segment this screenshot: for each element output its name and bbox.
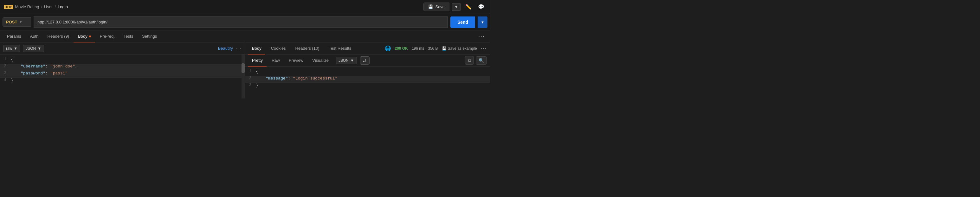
view-tab-pretty[interactable]: Pretty (248, 54, 267, 67)
response-format-select[interactable]: JSON ▼ (336, 57, 357, 64)
response-tab-test-results[interactable]: Test Results (325, 43, 355, 54)
url-bar: POST ▼ Send ▼ (0, 14, 490, 30)
raw-label: raw (6, 46, 12, 51)
body-dot-indicator (89, 35, 91, 37)
breadcrumb-area: HTTP Movie Rating / User / Login (4, 5, 68, 9)
tab-tests-label: Tests (124, 34, 133, 39)
tab-auth-label: Auth (30, 34, 39, 39)
response-status-area: 🌐 200 OK 196 ms 356 B 💾 Save as example … (385, 45, 487, 51)
json-arrow-icon: ▼ (37, 46, 41, 51)
save-button[interactable]: 💾 Save (423, 3, 449, 11)
filter-button[interactable]: ⇄ (360, 56, 369, 65)
response-line-content-1: { (256, 69, 489, 74)
response-tab-body-label: Body (252, 46, 261, 51)
response-more-button[interactable]: ··· (481, 46, 487, 51)
tab-settings-label: Settings (142, 34, 157, 39)
line-num-1: 1 (1, 57, 11, 62)
username-key: "username" (11, 64, 45, 69)
tab-headers-label: Headers (9) (48, 34, 69, 39)
response-line-2: 2 "message": "Login successful" (245, 76, 490, 83)
code-line-2: 2 "username": "john_doe", (0, 64, 245, 71)
response-line-3: 3 } (245, 83, 490, 90)
save-example-icon: 💾 (442, 46, 447, 51)
code-line-3: 3 "password": "pass1" (0, 71, 245, 78)
beautify-button[interactable]: Beautify (218, 46, 233, 51)
comment-icon-button[interactable]: 💬 (476, 3, 486, 11)
view-tab-pretty-label: Pretty (252, 58, 263, 63)
scrollbar-thumb[interactable] (242, 64, 245, 73)
send-dropdown-button[interactable]: ▼ (478, 16, 487, 28)
view-tab-preview[interactable]: Preview (285, 54, 307, 67)
request-tabs-row: Params Auth Headers (9) Body Pre-req. Te… (0, 30, 490, 43)
tab-settings[interactable]: Settings (138, 30, 161, 43)
breadcrumb: Movie Rating / User / Login (15, 5, 68, 9)
vertical-scrollbar[interactable] (242, 54, 245, 98)
response-line-1: 1 { (245, 69, 490, 76)
view-tab-visualize[interactable]: Visualize (309, 54, 332, 67)
method-select[interactable]: POST ▼ (3, 17, 31, 27)
tab-params-label: Params (7, 34, 21, 39)
breadcrumb-movie-rating[interactable]: Movie Rating (15, 5, 39, 9)
message-key: "message" (266, 76, 288, 81)
response-line-num-1: 1 (246, 69, 256, 73)
view-tab-preview-label: Preview (289, 58, 303, 63)
top-bar-actions: 💾 Save ▼ ✏️ 💬 (423, 3, 486, 11)
response-format-arrow-icon: ▼ (350, 58, 354, 63)
save-label: Save (435, 5, 445, 9)
line-content-4: } (11, 78, 243, 83)
line-num-3: 3 (1, 71, 11, 75)
breadcrumb-user[interactable]: User (44, 5, 52, 9)
password-key: "password" (11, 71, 45, 76)
password-value: "pass1" (50, 71, 68, 76)
code-line-1: 1 { (0, 57, 245, 64)
save-dropdown-button[interactable]: ▼ (452, 3, 461, 11)
copy-icon: ⧉ (468, 58, 471, 63)
status-code: 200 OK (395, 46, 408, 51)
search-icon: 🔍 (479, 58, 484, 63)
tab-body-label: Body (78, 34, 88, 39)
main-content: raw ▼ JSON ▼ Beautify ··· 1 { 2 "usernam… (0, 43, 490, 98)
line-content-2: "username": "john_doe", (11, 64, 243, 69)
line-content-3: "password": "pass1" (11, 71, 243, 76)
view-tab-raw-label: Raw (272, 58, 280, 63)
left-toolbar: raw ▼ JSON ▼ Beautify ··· (0, 43, 245, 54)
line-num-2: 2 (1, 64, 11, 68)
username-value: "john_doe" (50, 64, 75, 69)
tab-params[interactable]: Params (3, 30, 25, 43)
response-size: 356 B (428, 46, 438, 51)
send-button[interactable]: Send (450, 16, 475, 28)
response-line-num-2: 2 (246, 76, 256, 81)
response-tab-cookies-label: Cookies (271, 46, 286, 51)
tab-prereq-label: Pre-req. (100, 34, 115, 39)
tab-prereq[interactable]: Pre-req. (95, 30, 119, 43)
response-view-toolbar: Pretty Raw Preview Visualize JSON ▼ ⇄ ⧉ (245, 54, 490, 67)
raw-select[interactable]: raw ▼ (3, 44, 20, 52)
view-tab-visualize-label: Visualize (312, 58, 329, 63)
request-body-editor[interactable]: 1 { 2 "username": "john_doe", 3 "passwor… (0, 54, 245, 98)
tab-tests[interactable]: Tests (119, 30, 138, 43)
api-icon: HTTP (4, 5, 13, 9)
json-format-select-left[interactable]: JSON ▼ (23, 44, 44, 52)
tabs-more-button[interactable]: ··· (476, 33, 487, 40)
globe-icon: 🌐 (385, 45, 391, 51)
response-line-num-3: 3 (246, 83, 256, 87)
tab-headers[interactable]: Headers (9) (43, 30, 74, 43)
response-tab-body[interactable]: Body (248, 43, 265, 54)
view-tab-raw[interactable]: Raw (268, 54, 284, 67)
edit-icon-button[interactable]: ✏️ (463, 3, 474, 11)
copy-button[interactable]: ⧉ (465, 56, 474, 65)
left-more-button[interactable]: ··· (235, 46, 242, 51)
tab-body[interactable]: Body (73, 30, 95, 43)
line-num-4: 4 (1, 78, 11, 83)
save-example-label: Save as example (448, 46, 477, 51)
response-tab-cookies[interactable]: Cookies (267, 43, 290, 54)
request-body-panel: raw ▼ JSON ▼ Beautify ··· 1 { 2 "usernam… (0, 43, 245, 98)
search-button[interactable]: 🔍 (476, 56, 487, 65)
tab-auth[interactable]: Auth (25, 30, 43, 43)
save-icon: 💾 (428, 5, 433, 9)
response-format-label: JSON (339, 58, 348, 63)
response-tab-headers[interactable]: Headers (10) (291, 43, 323, 54)
url-input[interactable] (33, 16, 448, 28)
json-label: JSON (25, 46, 36, 51)
save-as-example-button[interactable]: 💾 Save as example (442, 46, 477, 51)
